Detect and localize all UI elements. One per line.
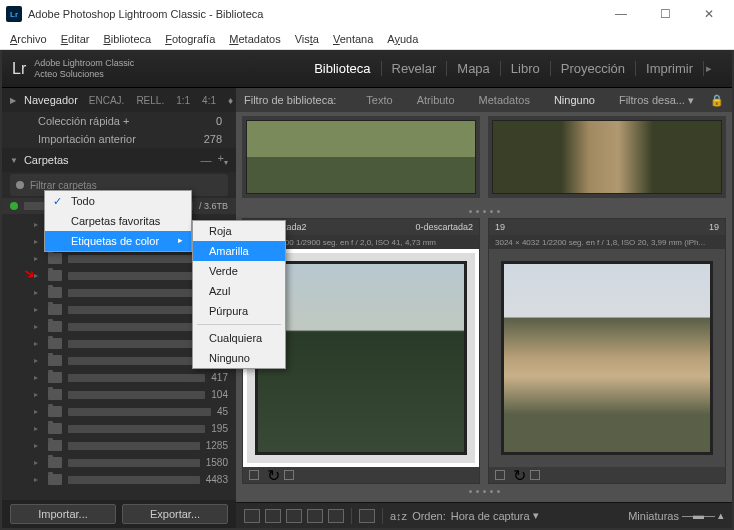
folder-row[interactable]: ▸195 [2, 420, 236, 437]
collapse-icon[interactable]: ▶ [10, 96, 16, 105]
filter-tab-metadatos[interactable]: Metadatos [471, 92, 538, 108]
submenu-verde[interactable]: Verde [193, 261, 285, 281]
expand-icon[interactable]: ▸ [34, 339, 44, 348]
collapse-folders-icon[interactable]: ▼ [10, 156, 18, 165]
filter-placeholder: Filtrar carpetas [30, 180, 97, 191]
folder-row[interactable]: ▸1580 [2, 454, 236, 471]
expand-icon[interactable]: ▸ [34, 373, 44, 382]
menu-fotografia[interactable]: Fotografía [159, 31, 221, 47]
menu-item-todo[interactable]: Todo [45, 191, 191, 211]
painter-icon[interactable] [359, 509, 375, 523]
flag-icon[interactable] [249, 470, 259, 480]
photo-trail[interactable] [489, 249, 725, 467]
menu-editar[interactable]: Editar [55, 31, 96, 47]
navopt-menu-icon[interactable]: ♦ [225, 94, 236, 107]
folders-header[interactable]: ▼ Carpetas — +▾ [2, 148, 236, 172]
expand-icon[interactable]: ▸ [34, 305, 44, 314]
navigator-header[interactable]: ▶ Navegador ENCAJ. RELL. 1:1 4:1 ♦ [2, 88, 236, 112]
module-more-icon[interactable]: ▸ [704, 62, 722, 75]
folder-name [68, 408, 211, 416]
expand-icon[interactable]: ▸ [34, 441, 44, 450]
survey-view-icon[interactable] [307, 509, 323, 523]
folder-icon [48, 253, 62, 264]
expand-icon[interactable]: ▸ [34, 237, 44, 246]
expand-icon[interactable]: ▸ [34, 458, 44, 467]
folder-row[interactable]: ▸4483 [2, 471, 236, 488]
bottom-toolbar: a↕z Orden: Hora de captura ▾ Miniaturas … [236, 502, 732, 528]
filter-tab-ninguno[interactable]: Ninguno [546, 92, 603, 108]
module-biblioteca[interactable]: Biblioteca [304, 61, 381, 76]
filter-preset-dropdown[interactable]: Filtros desa... ▾ [611, 92, 702, 109]
loupe-view-icon[interactable] [265, 509, 281, 523]
thumb-small-1[interactable] [242, 116, 480, 198]
module-imprimir[interactable]: Imprimir [636, 61, 704, 76]
brand-line1: Adobe Lightroom Classic [34, 58, 134, 69]
folder-row[interactable]: ▸45 [2, 403, 236, 420]
expand-icon[interactable]: ▸ [34, 475, 44, 484]
navopt-fill[interactable]: RELL. [133, 94, 167, 107]
maximize-button[interactable]: ☐ [646, 4, 684, 24]
thumb-size-label[interactable]: Miniaturas —▬— ▴ [628, 509, 724, 522]
rotate-icon[interactable]: ↻ [513, 466, 526, 485]
expand-icon[interactable]: ▸ [34, 390, 44, 399]
thumb-small-2[interactable] [488, 116, 726, 198]
submenu-cualquiera[interactable]: Cualquiera [193, 328, 285, 348]
submenu-purpura[interactable]: Púrpura [193, 301, 285, 321]
flag-icon[interactable] [495, 470, 505, 480]
expand-icon[interactable]: ▸ [34, 220, 44, 229]
submenu-roja[interactable]: Roja [193, 221, 285, 241]
filter-label: Filtro de biblioteca: [244, 94, 336, 106]
expand-icon[interactable]: ▸ [34, 322, 44, 331]
close-button[interactable]: ✕ [690, 4, 728, 24]
compare-view-icon[interactable] [286, 509, 302, 523]
sort-by-dropdown[interactable]: Hora de captura ▾ [451, 509, 539, 522]
menu-archivo[interactable]: Archivo [4, 31, 53, 47]
filter-tab-atributo[interactable]: Atributo [409, 92, 463, 108]
navopt-4to1[interactable]: 4:1 [199, 94, 219, 107]
folder-row[interactable]: ▸104 [2, 386, 236, 403]
sort-dir-icon[interactable]: a↕z [390, 510, 407, 522]
folders-title: Carpetas [24, 154, 195, 166]
menu-ventana[interactable]: Ventana [327, 31, 379, 47]
quick-collection-row[interactable]: Colección rápida + 0 [2, 112, 236, 130]
folder-icon [48, 304, 62, 315]
folder-row[interactable]: ▸1285 [2, 437, 236, 454]
minimize-button[interactable]: — [602, 4, 640, 24]
menu-vista[interactable]: Vista [289, 31, 325, 47]
filter-tab-texto[interactable]: Texto [358, 92, 400, 108]
expand-icon[interactable]: ▸ [34, 424, 44, 433]
menu-ayuda[interactable]: Ayuda [381, 31, 424, 47]
module-mapa[interactable]: Mapa [447, 61, 501, 76]
folders-plus-icon[interactable]: +▾ [218, 152, 228, 167]
module-proyeccion[interactable]: Proyección [551, 61, 636, 76]
label-icon[interactable] [530, 470, 540, 480]
module-revelar[interactable]: Revelar [382, 61, 448, 76]
folder-name [68, 476, 200, 484]
rotate-icon[interactable]: ↻ [267, 466, 280, 485]
grid-view-icon[interactable] [244, 509, 260, 523]
menu-item-etiquetas[interactable]: Etiquetas de color [45, 231, 191, 251]
module-libro[interactable]: Libro [501, 61, 551, 76]
grid-cell-2[interactable]: 1919 3024 × 4032 1/2200 seg. en f / 1,8,… [488, 218, 726, 484]
expand-icon[interactable]: ▸ [34, 356, 44, 365]
submenu-azul[interactable]: Azul [193, 281, 285, 301]
submenu-ninguno[interactable]: Ninguno [193, 348, 285, 368]
menu-biblioteca[interactable]: Biblioteca [97, 31, 157, 47]
folders-minus-icon[interactable]: — [201, 154, 212, 166]
expand-icon[interactable]: ▸ [34, 288, 44, 297]
menu-metadatos[interactable]: Metadatos [223, 31, 286, 47]
prev-import-row[interactable]: Importación anterior 278 [2, 130, 236, 148]
submenu-amarilla[interactable]: Amarilla [193, 241, 285, 261]
navopt-fit[interactable]: ENCAJ. [86, 94, 128, 107]
menu-item-favoritas[interactable]: Carpetas favoritas [45, 211, 191, 231]
expand-icon[interactable]: ▸ [34, 407, 44, 416]
module-picker: Biblioteca Revelar Mapa Libro Proyección… [304, 61, 722, 76]
navopt-1to1[interactable]: 1:1 [173, 94, 193, 107]
import-button[interactable]: Importar... [10, 504, 116, 524]
expand-icon[interactable]: ▸ [34, 254, 44, 263]
label-icon[interactable] [284, 470, 294, 480]
filter-lock-icon[interactable]: 🔒 [710, 94, 724, 107]
export-button[interactable]: Exportar... [122, 504, 228, 524]
people-view-icon[interactable] [328, 509, 344, 523]
folder-row[interactable]: ▸417 [2, 369, 236, 386]
